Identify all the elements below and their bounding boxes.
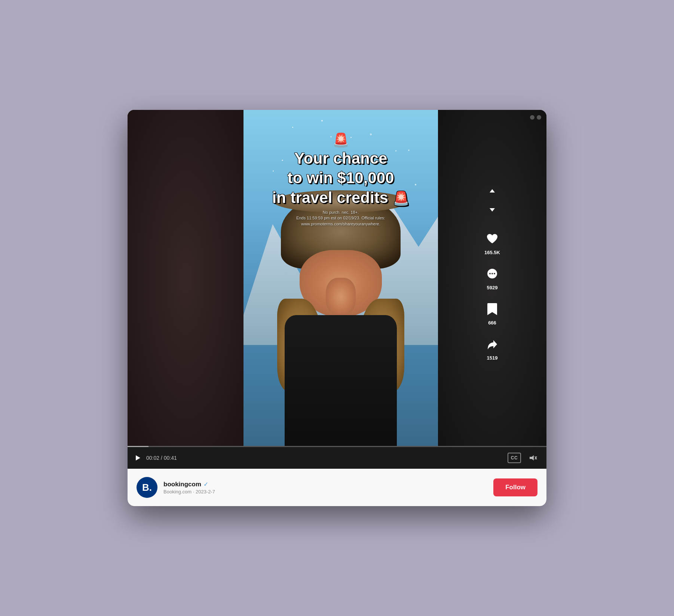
shares-count: 1519 [487, 355, 498, 361]
follow-button[interactable]: Follow [493, 478, 537, 496]
person-silhouette [243, 194, 438, 446]
volume-button[interactable] [526, 453, 540, 463]
video-area: 🚨 Your chance to win $10,000 in travel c… [128, 110, 546, 446]
headline-line1: Your chance [251, 150, 431, 167]
controls-bar: 00:02 / 00:41 CC [128, 447, 546, 469]
video-content[interactable]: 🚨 Your chance to win $10,000 in travel c… [243, 110, 438, 446]
window-dot-2 [537, 115, 541, 120]
nav-up-button[interactable] [485, 184, 500, 198]
headline-line2: to win $10,000 [251, 169, 431, 187]
bookmarks-count: 666 [488, 320, 496, 326]
alarm-emoji-right: 🚨 [393, 191, 410, 206]
video-overlay: 🚨 Your chance to win $10,000 in travel c… [243, 132, 438, 227]
hands [326, 278, 356, 315]
comment-icon [482, 264, 502, 284]
verified-badge: ✓ [203, 481, 208, 488]
play-button[interactable] [134, 455, 141, 461]
comment-button[interactable]: 5929 [482, 264, 502, 290]
alarm-emoji-left: 🚨 [333, 132, 349, 148]
video-bg-left [128, 110, 243, 446]
cc-button[interactable]: CC [508, 453, 521, 463]
bottom-bar: B. bookingcom ✓ Booking.com · 2023-2-7 F… [128, 469, 546, 506]
fine-print: No purch. nec. 18+. Ends 11:59:59 pm est… [251, 210, 431, 227]
avatar: B. [137, 477, 157, 498]
comments-count: 5929 [487, 285, 498, 290]
heart-icon [482, 229, 502, 249]
window-dot-1 [530, 115, 534, 120]
svg-point-1 [489, 273, 491, 274]
share-button[interactable]: 1519 [482, 335, 502, 361]
bookmark-icon [482, 299, 502, 319]
time-display: 00:02 / 00:41 [146, 455, 177, 461]
bookmark-button[interactable]: 666 [482, 299, 502, 326]
svg-marker-4 [136, 455, 140, 461]
svg-point-2 [491, 273, 493, 274]
video-bg-right: 165.5K 5929 [438, 110, 546, 446]
body-torso [285, 315, 397, 446]
account-subtitle: Booking.com · 2023-2-7 [163, 489, 487, 495]
account-name: bookingcom [163, 481, 201, 488]
svg-marker-5 [530, 455, 534, 461]
main-window: 🚨 Your chance to win $10,000 in travel c… [128, 110, 546, 506]
window-controls [530, 115, 541, 120]
nav-down-button[interactable] [485, 202, 500, 217]
headline-line3: in travel credits 🚨 [251, 189, 431, 207]
account-name-row: bookingcom ✓ [163, 481, 487, 488]
like-button[interactable]: 165.5K [482, 229, 502, 255]
progress-fill [128, 446, 148, 447]
svg-point-3 [494, 273, 495, 274]
likes-count: 165.5K [484, 250, 500, 255]
side-actions: 165.5K 5929 [438, 110, 546, 446]
progress-bar[interactable] [128, 446, 546, 447]
account-info: bookingcom ✓ Booking.com · 2023-2-7 [163, 481, 487, 495]
share-icon [482, 335, 502, 354]
controls-right: CC [508, 453, 540, 463]
